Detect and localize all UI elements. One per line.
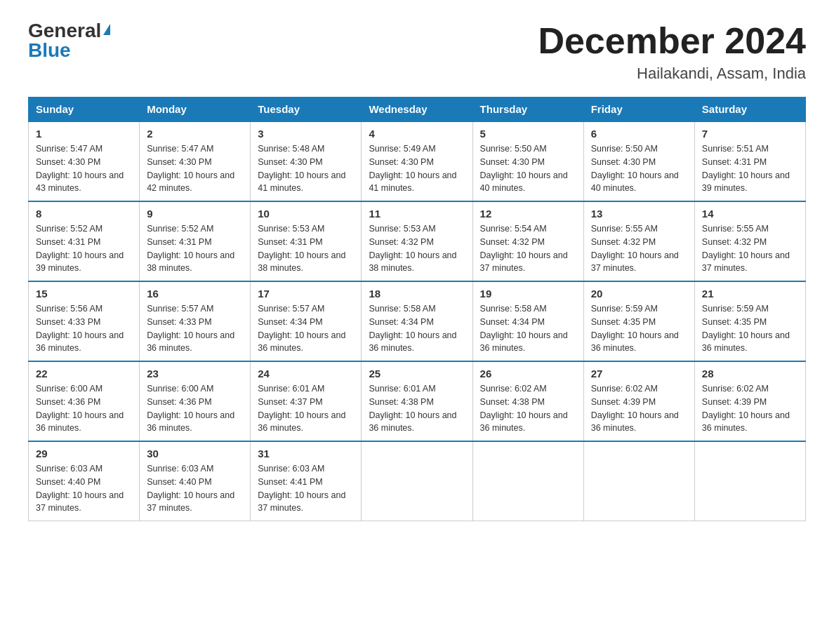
day-number: 20	[591, 288, 687, 300]
day-info: Sunrise: 6:02 AMSunset: 4:38 PMDaylight:…	[480, 382, 576, 435]
day-info: Sunrise: 5:47 AMSunset: 4:30 PMDaylight:…	[147, 142, 243, 195]
calendar-cell: 25 Sunrise: 6:01 AMSunset: 4:38 PMDaylig…	[362, 361, 472, 441]
col-header-sunday: Sunday	[29, 98, 140, 122]
day-number: 1	[36, 128, 132, 140]
day-number: 14	[702, 208, 798, 220]
day-number: 8	[36, 208, 132, 220]
calendar-cell	[694, 441, 805, 521]
col-header-saturday: Saturday	[694, 98, 805, 122]
month-title: December 2024	[538, 21, 806, 61]
calendar-cell: 16 Sunrise: 5:57 AMSunset: 4:33 PMDaylig…	[140, 281, 251, 361]
day-info: Sunrise: 6:00 AMSunset: 4:36 PMDaylight:…	[147, 382, 243, 435]
calendar-week-row: 15 Sunrise: 5:56 AMSunset: 4:33 PMDaylig…	[29, 281, 806, 361]
day-number: 10	[258, 208, 354, 220]
day-number: 18	[369, 288, 465, 300]
day-info: Sunrise: 5:59 AMSunset: 4:35 PMDaylight:…	[702, 302, 798, 355]
day-number: 13	[591, 208, 687, 220]
calendar-cell: 18 Sunrise: 5:58 AMSunset: 4:34 PMDaylig…	[362, 281, 472, 361]
day-number: 31	[258, 448, 354, 459]
day-number: 15	[36, 288, 132, 300]
calendar-cell: 5 Sunrise: 5:50 AMSunset: 4:30 PMDayligh…	[472, 121, 583, 201]
logo-blue-text: Blue	[28, 41, 71, 60]
day-number: 5	[480, 128, 576, 140]
calendar-cell: 28 Sunrise: 6:02 AMSunset: 4:39 PMDaylig…	[694, 361, 805, 441]
calendar-cell: 31 Sunrise: 6:03 AMSunset: 4:41 PMDaylig…	[251, 441, 362, 521]
day-info: Sunrise: 6:03 AMSunset: 4:40 PMDaylight:…	[147, 462, 243, 515]
calendar-cell: 6 Sunrise: 5:50 AMSunset: 4:30 PMDayligh…	[583, 121, 694, 201]
calendar-cell: 20 Sunrise: 5:59 AMSunset: 4:35 PMDaylig…	[583, 281, 694, 361]
calendar-cell: 24 Sunrise: 6:01 AMSunset: 4:37 PMDaylig…	[251, 361, 362, 441]
day-info: Sunrise: 6:01 AMSunset: 4:37 PMDaylight:…	[258, 382, 354, 435]
calendar-cell: 17 Sunrise: 5:57 AMSunset: 4:34 PMDaylig…	[251, 281, 362, 361]
location-title: Hailakandi, Assam, India	[538, 65, 806, 83]
day-info: Sunrise: 5:57 AMSunset: 4:34 PMDaylight:…	[258, 302, 354, 355]
day-info: Sunrise: 5:58 AMSunset: 4:34 PMDaylight:…	[369, 302, 465, 355]
day-number: 25	[369, 368, 465, 380]
calendar-cell: 1 Sunrise: 5:47 AMSunset: 4:30 PMDayligh…	[29, 121, 140, 201]
day-info: Sunrise: 5:47 AMSunset: 4:30 PMDaylight:…	[36, 142, 132, 195]
calendar-cell: 3 Sunrise: 5:48 AMSunset: 4:30 PMDayligh…	[251, 121, 362, 201]
day-info: Sunrise: 5:54 AMSunset: 4:32 PMDaylight:…	[480, 222, 576, 275]
col-header-friday: Friday	[583, 98, 694, 122]
day-number: 17	[258, 288, 354, 300]
calendar-week-row: 29 Sunrise: 6:03 AMSunset: 4:40 PMDaylig…	[29, 441, 806, 521]
calendar-cell: 27 Sunrise: 6:02 AMSunset: 4:39 PMDaylig…	[583, 361, 694, 441]
day-number: 30	[147, 448, 243, 459]
day-number: 6	[591, 128, 687, 140]
logo-general-text: General	[28, 21, 101, 41]
calendar-cell	[583, 441, 694, 521]
col-header-tuesday: Tuesday	[251, 98, 362, 122]
day-number: 26	[480, 368, 576, 380]
calendar-cell	[472, 441, 583, 521]
calendar-cell	[362, 441, 472, 521]
calendar-cell: 22 Sunrise: 6:00 AMSunset: 4:36 PMDaylig…	[29, 361, 140, 441]
day-info: Sunrise: 5:51 AMSunset: 4:31 PMDaylight:…	[702, 142, 798, 195]
day-info: Sunrise: 5:56 AMSunset: 4:33 PMDaylight:…	[36, 302, 132, 355]
logo-triangle-icon	[103, 24, 110, 35]
day-info: Sunrise: 5:57 AMSunset: 4:33 PMDaylight:…	[147, 302, 243, 355]
day-number: 4	[369, 128, 465, 140]
calendar-cell: 11 Sunrise: 5:53 AMSunset: 4:32 PMDaylig…	[362, 201, 472, 281]
day-info: Sunrise: 5:53 AMSunset: 4:31 PMDaylight:…	[258, 222, 354, 275]
calendar-cell: 21 Sunrise: 5:59 AMSunset: 4:35 PMDaylig…	[694, 281, 805, 361]
calendar-cell: 23 Sunrise: 6:00 AMSunset: 4:36 PMDaylig…	[140, 361, 251, 441]
day-number: 16	[147, 288, 243, 300]
day-number: 3	[258, 128, 354, 140]
day-number: 7	[702, 128, 798, 140]
day-info: Sunrise: 5:49 AMSunset: 4:30 PMDaylight:…	[369, 142, 465, 195]
day-info: Sunrise: 5:52 AMSunset: 4:31 PMDaylight:…	[36, 222, 132, 275]
day-number: 22	[36, 368, 132, 380]
day-number: 21	[702, 288, 798, 300]
calendar-cell: 15 Sunrise: 5:56 AMSunset: 4:33 PMDaylig…	[29, 281, 140, 361]
day-info: Sunrise: 5:55 AMSunset: 4:32 PMDaylight:…	[591, 222, 687, 275]
calendar-cell: 4 Sunrise: 5:49 AMSunset: 4:30 PMDayligh…	[362, 121, 472, 201]
calendar-cell: 29 Sunrise: 6:03 AMSunset: 4:40 PMDaylig…	[29, 441, 140, 521]
day-number: 9	[147, 208, 243, 220]
day-number: 11	[369, 208, 465, 220]
calendar-cell: 19 Sunrise: 5:58 AMSunset: 4:34 PMDaylig…	[472, 281, 583, 361]
calendar-cell: 9 Sunrise: 5:52 AMSunset: 4:31 PMDayligh…	[140, 201, 251, 281]
calendar-cell: 26 Sunrise: 6:02 AMSunset: 4:38 PMDaylig…	[472, 361, 583, 441]
calendar-table: SundayMondayTuesdayWednesdayThursdayFrid…	[28, 97, 806, 521]
calendar-cell: 12 Sunrise: 5:54 AMSunset: 4:32 PMDaylig…	[472, 201, 583, 281]
day-info: Sunrise: 5:48 AMSunset: 4:30 PMDaylight:…	[258, 142, 354, 195]
title-area: December 2024 Hailakandi, Assam, India	[538, 21, 806, 83]
calendar-cell: 14 Sunrise: 5:55 AMSunset: 4:32 PMDaylig…	[694, 201, 805, 281]
day-info: Sunrise: 5:52 AMSunset: 4:31 PMDaylight:…	[147, 222, 243, 275]
day-info: Sunrise: 5:59 AMSunset: 4:35 PMDaylight:…	[591, 302, 687, 355]
day-number: 27	[591, 368, 687, 380]
day-info: Sunrise: 5:55 AMSunset: 4:32 PMDaylight:…	[702, 222, 798, 275]
day-info: Sunrise: 6:03 AMSunset: 4:41 PMDaylight:…	[258, 462, 354, 515]
calendar-week-row: 22 Sunrise: 6:00 AMSunset: 4:36 PMDaylig…	[29, 361, 806, 441]
day-info: Sunrise: 6:01 AMSunset: 4:38 PMDaylight:…	[369, 382, 465, 435]
calendar-week-row: 1 Sunrise: 5:47 AMSunset: 4:30 PMDayligh…	[29, 121, 806, 201]
calendar-cell: 7 Sunrise: 5:51 AMSunset: 4:31 PMDayligh…	[694, 121, 805, 201]
day-number: 24	[258, 368, 354, 380]
day-info: Sunrise: 6:00 AMSunset: 4:36 PMDaylight:…	[36, 382, 132, 435]
calendar-cell: 8 Sunrise: 5:52 AMSunset: 4:31 PMDayligh…	[29, 201, 140, 281]
calendar-cell: 10 Sunrise: 5:53 AMSunset: 4:31 PMDaylig…	[251, 201, 362, 281]
page-header: General Blue December 2024 Hailakandi, A…	[28, 21, 806, 83]
day-info: Sunrise: 5:50 AMSunset: 4:30 PMDaylight:…	[591, 142, 687, 195]
calendar-week-row: 8 Sunrise: 5:52 AMSunset: 4:31 PMDayligh…	[29, 201, 806, 281]
day-info: Sunrise: 5:50 AMSunset: 4:30 PMDaylight:…	[480, 142, 576, 195]
